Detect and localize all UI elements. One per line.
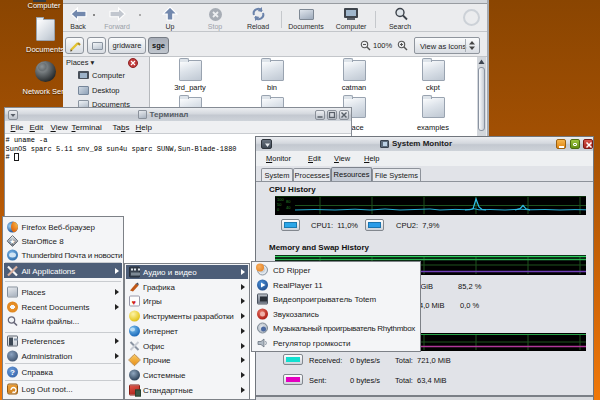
svg-text:80: 80 — [286, 199, 291, 204]
svg-text:40: 40 — [286, 205, 291, 210]
